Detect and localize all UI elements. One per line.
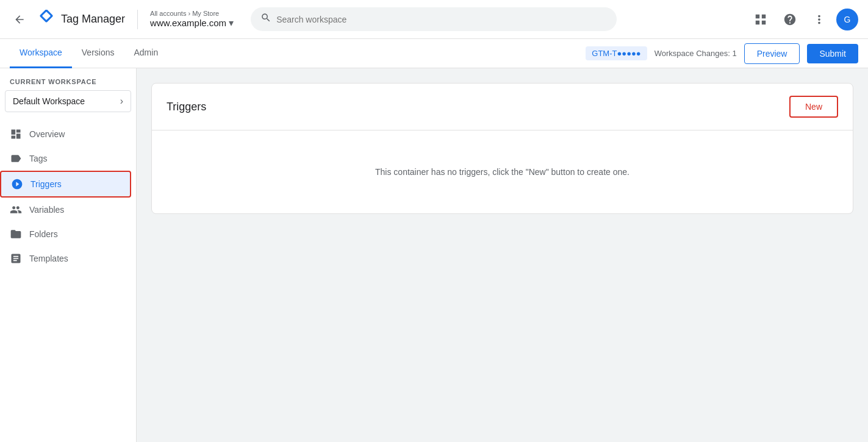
vertical-divider [137, 10, 138, 29]
empty-message: This container has no triggers, click th… [375, 167, 629, 177]
account-dropdown-arrow: ▾ [229, 17, 234, 29]
submit-button[interactable]: Submit [807, 44, 858, 63]
account-breadcrumb: All accounts › My Store [150, 10, 234, 17]
help-button[interactable] [778, 7, 802, 32]
sidebar-item-overview[interactable]: Overview [0, 122, 131, 146]
tags-icon [10, 152, 22, 165]
more-button[interactable] [807, 7, 831, 32]
search-icon [260, 12, 271, 26]
sidebar-item-triggers[interactable]: Triggers [0, 171, 131, 198]
templates-icon [10, 252, 22, 265]
top-bar-actions: G [748, 7, 858, 32]
content-card: Triggers New This container has no trigg… [151, 83, 853, 214]
current-workspace-label: CURRENT WORKSPACE [0, 68, 136, 90]
logo-icon [37, 10, 56, 29]
sidebar-item-templates[interactable]: Templates [0, 246, 131, 271]
tab-workspace[interactable]: Workspace [10, 39, 72, 68]
variables-icon [10, 204, 22, 216]
sidebar-spacer [0, 112, 136, 122]
sidebar-label-folders: Folders [29, 229, 58, 239]
content-area: Triggers New This container has no trigg… [137, 68, 868, 442]
overview-icon [10, 128, 22, 140]
tab-bar: Workspace Versions Admin GTM-T●●●●● Work… [0, 39, 868, 68]
sidebar-label-templates: Templates [29, 254, 68, 263]
card-body: This container has no triggers, click th… [152, 130, 853, 213]
account-url: www.example.com [150, 18, 226, 28]
sidebar-item-tags[interactable]: Tags [0, 146, 131, 171]
app-name: Tag Manager [61, 13, 125, 26]
tab-bar-right: GTM-T●●●●● Workspace Changes: 1 Preview … [586, 43, 858, 64]
workspace-changes: Workspace Changes: 1 [655, 49, 737, 58]
sidebar-item-folders[interactable]: Folders [0, 222, 131, 246]
folders-icon [10, 228, 22, 240]
workspace-selector[interactable]: Default Workspace › [5, 90, 131, 112]
search-input[interactable] [276, 15, 607, 24]
triggers-icon [11, 178, 23, 190]
logo-area[interactable]: Tag Manager [37, 10, 125, 29]
sidebar-label-variables: Variables [29, 205, 64, 215]
preview-button[interactable]: Preview [744, 43, 800, 64]
sidebar-label-triggers: Triggers [30, 179, 62, 189]
back-button[interactable] [10, 10, 29, 29]
gtm-badge[interactable]: GTM-T●●●●● [586, 46, 647, 60]
sidebar-item-variables[interactable]: Variables [0, 198, 131, 222]
workspace-chevron-icon: › [120, 96, 123, 107]
search-bar[interactable] [251, 7, 617, 31]
sidebar: CURRENT WORKSPACE Default Workspace › Ov… [0, 68, 137, 442]
top-bar: Tag Manager All accounts › My Store www.… [0, 0, 868, 39]
workspace-name: Default Workspace [13, 96, 85, 106]
card-title: Triggers [167, 101, 206, 113]
account-url-row: www.example.com ▾ [150, 17, 234, 29]
sidebar-label-tags: Tags [29, 154, 48, 163]
main-layout: CURRENT WORKSPACE Default Workspace › Ov… [0, 68, 868, 442]
account-selector[interactable]: All accounts › My Store www.example.com … [150, 10, 234, 29]
avatar[interactable]: G [836, 9, 858, 30]
new-button[interactable]: New [789, 96, 838, 118]
tab-admin[interactable]: Admin [124, 39, 168, 68]
grid-button[interactable] [748, 7, 773, 32]
tab-versions[interactable]: Versions [72, 39, 124, 68]
sidebar-label-overview: Overview [29, 129, 65, 139]
card-header: Triggers New [152, 84, 853, 130]
